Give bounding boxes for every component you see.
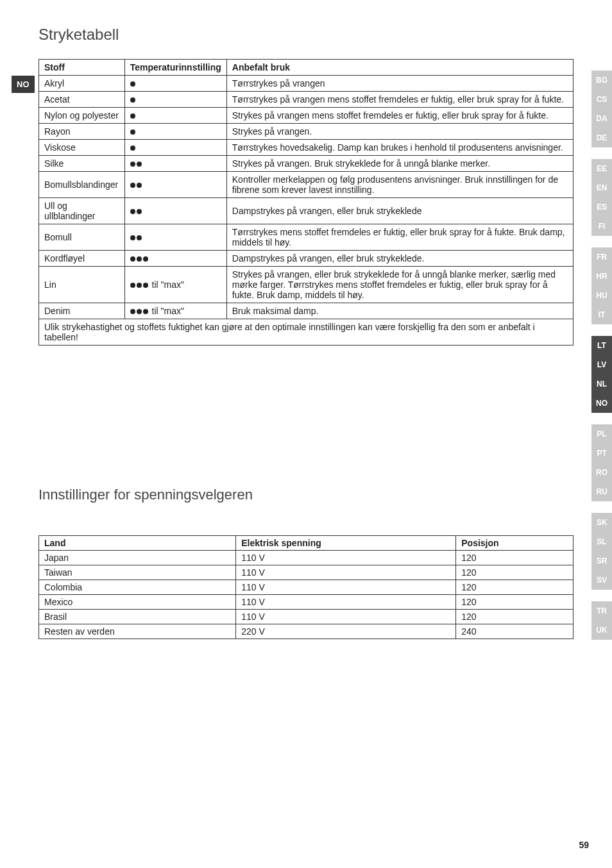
voltage-cell: 110 V <box>236 580 456 595</box>
language-tab-ee[interactable]: EE <box>591 159 612 178</box>
use-cell: Tørrstrykes mens stoffet fremdeles er fu… <box>226 224 573 251</box>
language-tab-no[interactable]: NO <box>591 394 612 413</box>
fabric-cell: Nylon og polyester <box>39 108 125 124</box>
table-row: Taiwan110 V120 <box>39 565 574 580</box>
language-tab-pl[interactable]: PL <box>591 424 612 444</box>
use-cell: Tørrstrykes på vrangen mens stoffet frem… <box>226 92 573 108</box>
language-tab-tr[interactable]: TR <box>591 601 612 621</box>
language-tab-fr[interactable]: FR <box>591 247 612 267</box>
language-tab-bg[interactable]: BG <box>591 71 612 90</box>
language-tab-group: EEENESFI <box>591 159 612 236</box>
col-country: Land <box>39 536 236 551</box>
language-side-tabs: BGCSDADEEEENESFIFRHRHUITLTLVNLNOPLPTRORU… <box>591 71 612 651</box>
language-tab-sl[interactable]: SL <box>591 532 612 551</box>
temperature-dot-icon <box>143 309 148 314</box>
use-cell: Strykes på vrangen mens stoffet fremdele… <box>226 108 573 124</box>
language-tab-da[interactable]: DA <box>591 109 612 128</box>
country-cell: Brasil <box>39 610 236 624</box>
table-header-row: Land Elektrisk spenning Posisjon <box>39 536 574 551</box>
col-position: Posisjon <box>456 536 574 551</box>
temperature-dot-icon <box>130 81 135 87</box>
voltage-cell: 220 V <box>236 624 456 639</box>
voltage-cell: 110 V <box>236 595 456 610</box>
language-tab-group: FRHRHUIT <box>591 247 612 324</box>
fabric-cell: Ull og ullblandinger <box>39 198 125 224</box>
temperature-dot-icon <box>143 256 148 262</box>
table-row: AkrylTørrstrykes på vrangen <box>39 76 574 92</box>
page-number: 59 <box>579 840 589 850</box>
language-tab-hu[interactable]: HU <box>591 286 612 305</box>
use-cell: Tørrstrykes hovedsakelig. Damp kan bruke… <box>226 140 573 156</box>
temperature-cell <box>124 108 226 124</box>
use-cell: Dampstrykes på vrangen, eller bruk stryk… <box>226 198 573 224</box>
temperature-dot-icon <box>130 113 135 119</box>
temperature-suffix: til "max" <box>149 306 184 316</box>
language-tab-fi[interactable]: FI <box>591 217 612 236</box>
temperature-dot-icon <box>130 129 135 135</box>
fabric-cell: Denim <box>39 303 125 319</box>
fabric-cell: Acetat <box>39 92 125 108</box>
language-tab-uk[interactable]: UK <box>591 621 612 640</box>
language-tab-ru[interactable]: RU <box>591 482 612 501</box>
temperature-cell <box>124 198 226 224</box>
use-cell: Strykes på vrangen. <box>226 124 573 140</box>
ironing-footnote: Ulik strykehastighet og stoffets fuktigh… <box>39 319 574 346</box>
temperature-cell <box>124 156 226 172</box>
temperature-cell <box>124 172 226 198</box>
temperature-dot-icon <box>130 97 135 103</box>
language-tab-pt[interactable]: PT <box>591 444 612 463</box>
position-cell: 120 <box>456 551 574 565</box>
table-row: SilkeStrykes på vrangen. Bruk strykekled… <box>39 156 574 172</box>
voltage-cell: 110 V <box>236 565 456 580</box>
ironing-table: Stoff Temperaturinnstilling Anbefalt bru… <box>38 59 574 346</box>
heading-ironing-table: Stryketabell <box>38 26 567 44</box>
fabric-cell: Bomull <box>39 224 125 251</box>
table-row: Japan110 V120 <box>39 551 574 565</box>
table-row: BomullsblandingerKontroller merkelappen … <box>39 172 574 198</box>
temperature-dot-icon <box>137 209 142 214</box>
language-tab-lv[interactable]: LV <box>591 355 612 374</box>
position-cell: 240 <box>456 624 574 639</box>
temperature-cell <box>124 140 226 156</box>
country-cell: Taiwan <box>39 565 236 580</box>
language-tab-cs[interactable]: CS <box>591 90 612 109</box>
country-cell: Mexico <box>39 595 236 610</box>
temperature-cell <box>124 124 226 140</box>
country-cell: Colombia <box>39 580 236 595</box>
temperature-dot-icon <box>130 283 135 288</box>
language-tab-sk[interactable]: SK <box>591 513 612 532</box>
table-row: Colombia110 V120 <box>39 580 574 595</box>
voltage-table: Land Elektrisk spenning Posisjon Japan11… <box>38 535 574 639</box>
col-use: Anbefalt bruk <box>226 60 573 76</box>
temperature-dot-icon <box>137 183 142 188</box>
use-cell: Strykes på vrangen. Bruk strykeklede for… <box>226 156 573 172</box>
temperature-cell: til "max" <box>124 267 226 303</box>
language-tab-sv[interactable]: SV <box>591 571 612 590</box>
language-tab-hr[interactable]: HR <box>591 267 612 286</box>
language-tab-sr[interactable]: SR <box>591 551 612 571</box>
language-tab-it[interactable]: IT <box>591 305 612 324</box>
temperature-dot-icon <box>137 162 142 167</box>
language-tab-de[interactable]: DE <box>591 128 612 147</box>
language-tab-ro[interactable]: RO <box>591 463 612 482</box>
fabric-cell: Rayon <box>39 124 125 140</box>
temperature-dot-icon <box>130 183 135 188</box>
heading-voltage-selector: Innstillinger for spenningsvelgeren <box>38 487 567 503</box>
language-tab-nl[interactable]: NL <box>591 374 612 394</box>
language-tab-es[interactable]: ES <box>591 197 612 217</box>
ironing-footnote-row: Ulik strykehastighet og stoffets fuktigh… <box>39 319 574 346</box>
col-fabric: Stoff <box>39 60 125 76</box>
temperature-dot-icon <box>130 146 135 151</box>
temperature-dot-icon <box>130 209 135 214</box>
language-tab-lt[interactable]: LT <box>591 336 612 355</box>
position-cell: 120 <box>456 595 574 610</box>
col-temp: Temperaturinnstilling <box>124 60 226 76</box>
language-tab-en[interactable]: EN <box>591 178 612 197</box>
temperature-dot-icon <box>130 162 135 167</box>
temperature-dot-icon <box>143 283 148 288</box>
table-row: Denim til "max"Bruk maksimal damp. <box>39 303 574 319</box>
table-row: AcetatTørrstrykes på vrangen mens stoffe… <box>39 92 574 108</box>
voltage-cell: 110 V <box>236 610 456 624</box>
language-tab-group: SKSLSRSV <box>591 513 612 590</box>
use-cell: Strykes på vrangen, eller bruk strykekle… <box>226 267 573 303</box>
